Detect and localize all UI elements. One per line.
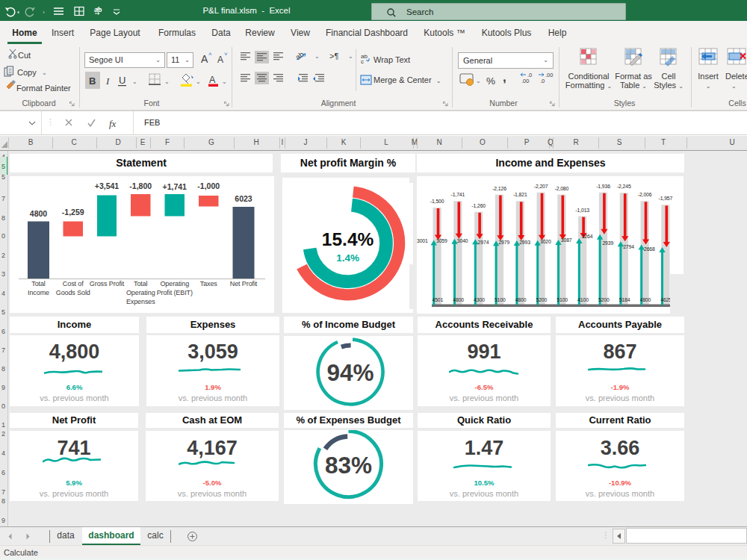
svg-text:2939: 2939 [602,240,613,246]
svg-text:Expenses: Expenses [126,298,155,305]
svg-text:⌄: ⌄ [132,78,137,85]
svg-text:5200: 5200 [598,297,610,302]
svg-text:6023: 6023 [235,194,252,203]
svg-text:-1,259: -1,259 [62,208,84,217]
svg-text:U: U [119,75,125,86]
svg-text:,: , [503,70,506,84]
svg-text:⌄: ⌄ [42,69,47,76]
svg-text:5184: 5184 [619,297,630,302]
svg-text:3040: 3040 [457,238,468,243]
svg-text:A: A [217,55,223,65]
svg-text:-2,207: -2,207 [534,184,548,189]
svg-text:2979: 2979 [498,240,509,245]
svg-text:>¶: >¶ [329,52,338,60]
svg-text:Operating: Operating [160,280,189,287]
svg-text:4800: 4800 [30,209,48,218]
svg-text:c: c [361,58,364,65]
svg-text:Income: Income [28,289,49,296]
svg-text:5100: 5100 [495,297,506,302]
svg-text:%: % [486,75,495,87]
svg-text:Taxes: Taxes [200,280,218,287]
svg-text:5200: 5200 [536,297,548,302]
svg-text:⌄: ⌄ [164,78,170,85]
svg-text:+1,741: +1,741 [163,182,187,191]
svg-text:-2,080: -2,080 [555,186,569,191]
svg-text:Total: Total [31,280,46,287]
svg-text:3020: 3020 [540,239,551,244]
svg-text:-1,936: -1,936 [596,184,610,189]
svg-text:15.4%: 15.4% [322,229,374,249]
svg-text:3087: 3087 [561,237,572,243]
svg-text:.00: .00 [545,72,553,78]
svg-text:I: I [105,75,110,87]
svg-text:Goods Sold: Goods Sold [56,289,90,296]
svg-text:83%: 83% [325,452,372,479]
svg-text:1.4%: 1.4% [336,252,359,264]
svg-text:-2,245: -2,245 [617,184,631,189]
svg-text:2993: 2993 [519,240,530,245]
svg-text:4501: 4501 [433,297,444,302]
svg-text:4100: 4100 [577,297,589,302]
svg-text:⌄: ⌄ [314,53,320,60]
svg-text:Total: Total [134,280,148,287]
svg-text:⌄: ⌄ [476,78,481,84]
svg-text:3264: 3264 [582,234,593,239]
svg-text:-1,957: -1,957 [659,196,673,201]
svg-text:˄: ˄ [208,51,212,57]
svg-text:4300: 4300 [474,297,485,302]
svg-text:-1,013: -1,013 [575,208,589,213]
svg-text:A: A [209,75,216,85]
svg-text:+3,541: +3,541 [95,181,120,190]
svg-text:2668: 2668 [644,246,655,252]
svg-text:-2,126: -2,126 [492,186,506,191]
svg-text:3059: 3059 [436,238,447,243]
svg-text:-1,500: -1,500 [430,199,444,204]
svg-text:B: B [89,75,96,87]
svg-text:˅: ˅ [224,51,228,57]
svg-text:ab: ab [294,50,306,62]
svg-text:94%: 94% [326,359,374,386]
svg-text:2974: 2974 [478,240,489,245]
svg-text:4800: 4800 [453,297,464,302]
svg-text:A: A [201,53,208,65]
svg-text:.00: .00 [521,78,529,84]
svg-text:5100: 5100 [557,297,568,302]
svg-text:-1,741: -1,741 [451,192,465,197]
svg-text:Profit (EBIT): Profit (EBIT) [157,289,193,296]
svg-text:.0: .0 [540,78,545,84]
svg-text:4800: 4800 [640,297,651,302]
svg-text:⌄: ⌄ [348,53,353,60]
svg-text:Cost of: Cost of [63,280,84,287]
svg-text:fx: fx [109,118,117,129]
svg-text:3001: 3001 [417,238,428,243]
svg-text:-1,800: -1,800 [129,181,152,190]
svg-text:Operating: Operating [126,289,155,296]
svg-text:-2,006: -2,006 [638,192,652,197]
svg-text:⌄: ⌄ [222,78,227,85]
svg-text:-1,260: -1,260 [471,203,486,208]
svg-text:Net Profit: Net Profit [230,280,258,287]
svg-text:4800: 4800 [515,297,527,302]
svg-text:⌄: ⌄ [196,78,201,85]
svg-text:Gross Profit: Gross Profit [90,280,125,287]
svg-text:2794: 2794 [623,244,634,249]
svg-text:-1,000: -1,000 [197,181,220,190]
svg-text:-1,821: -1,821 [513,192,527,197]
